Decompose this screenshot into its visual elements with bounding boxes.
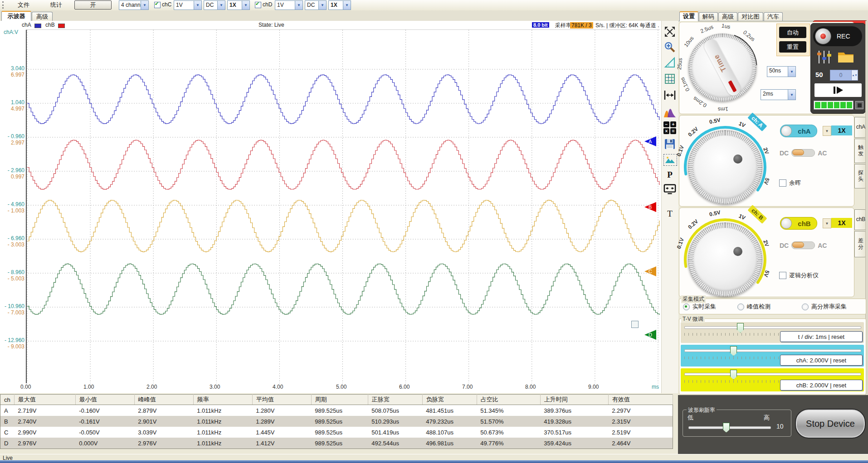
waveform-plot[interactable] <box>26 29 660 383</box>
save-icon[interactable] <box>663 138 676 150</box>
coupling-track[interactable] <box>791 149 815 157</box>
chB-coupling-toggle[interactable]: DCAC <box>780 241 827 249</box>
plot-handle-square[interactable] <box>631 321 639 328</box>
chA-volts-knob-face <box>693 135 757 199</box>
toolbar-grip[interactable] <box>2 1 5 9</box>
fit-screen-icon[interactable] <box>663 25 676 38</box>
ruler-triangle-icon[interactable] <box>663 56 676 69</box>
table-cell: 2.315V <box>608 416 673 427</box>
table-header-频率: 频率 <box>193 395 252 405</box>
snapshot-icon[interactable] <box>663 154 677 166</box>
chB-reset-button[interactable]: chB: 2.000V | reset <box>780 380 863 391</box>
chA-coupling-toggle[interactable]: DCAC <box>780 149 827 157</box>
step-play-button[interactable] <box>814 83 862 97</box>
tv-trim-title: T-V 微调 <box>681 315 705 323</box>
level-marker-chB[interactable]: B <box>644 202 656 212</box>
y-tick-chA: - 8.960 <box>1 269 24 275</box>
menu-statistics[interactable]: 统计 <box>45 1 67 9</box>
level-marker-chA[interactable]: A <box>644 136 656 146</box>
tab-高级[interactable]: 高级 <box>32 12 53 21</box>
chD-label: chD <box>263 1 272 8</box>
timebase-fast-select[interactable]: 50ns▼ <box>767 66 796 77</box>
table-cell: 2.976V <box>134 438 193 449</box>
chC-volts-select[interactable]: 1V▼ <box>174 0 202 10</box>
chA-trim-track[interactable] <box>684 349 861 352</box>
radio-icon[interactable] <box>683 304 690 310</box>
level-marker-chD[interactable]: D <box>644 330 656 340</box>
zoom-icon[interactable] <box>663 41 676 53</box>
timebase-slow-select[interactable]: 2ms▼ <box>761 89 796 100</box>
tab-解码[interactable]: 解码 <box>699 12 718 21</box>
chB-probe-value[interactable]: 1X <box>831 218 852 228</box>
chC-coupling-select[interactable]: DC▼ <box>204 0 225 10</box>
y-tick-chA: - 6.960 <box>1 235 24 241</box>
tdiv-trim-track[interactable] <box>684 326 861 329</box>
folder-icon[interactable] <box>837 50 855 66</box>
tdiv-reset-button[interactable]: t / div: 1ms | reset <box>780 331 863 342</box>
display-pan-icon[interactable] <box>663 183 676 196</box>
measurement-table: ch最大值最小值峰峰值频率平均值周期正脉宽负脉宽占空比上升时间有效值 A2.71… <box>0 394 673 449</box>
chA-probe-value[interactable]: 1X <box>831 125 852 135</box>
table-cell: 510.293us <box>368 416 422 427</box>
acq-option-高分辨率采集[interactable]: 高分辨率采集 <box>802 303 847 311</box>
tdiv-trim-thumb[interactable] <box>737 323 744 333</box>
chC-checkbox[interactable] <box>154 2 161 8</box>
coupling-track[interactable] <box>791 241 815 249</box>
refresh-slider-thumb[interactable] <box>723 423 730 433</box>
chA-trim-thumb[interactable] <box>730 346 737 356</box>
chA-trim-strip: chA: 2.000V | reset <box>681 345 864 367</box>
marker-letter: A <box>649 139 652 144</box>
power-button[interactable]: 开 <box>74 0 112 10</box>
record-index-field[interactable]: 0 <box>830 70 852 81</box>
math-operations-icon[interactable]: −+×= <box>663 121 676 134</box>
chB-probe-caret[interactable]: ▼ <box>823 218 831 228</box>
tab-对比图[interactable]: 对比图 <box>738 12 763 21</box>
chB-trim-thumb[interactable] <box>730 370 737 380</box>
trigger-text-icon[interactable]: T <box>663 207 676 220</box>
stop-device-button[interactable]: Stop Device <box>795 409 866 439</box>
chD-checkbox[interactable] <box>255 2 261 8</box>
y-tick-chA: - 0.960 <box>1 133 24 140</box>
chD-volts-select[interactable]: 1V▼ <box>275 0 303 10</box>
refresh-low-label: 低 <box>688 414 693 422</box>
pass-fail-icon[interactable]: P <box>663 169 676 181</box>
auto-button[interactable]: 自动 <box>779 27 806 38</box>
reset-button[interactable]: 重置 <box>779 41 806 53</box>
y-tick-ch2: - 5.003 <box>1 275 24 282</box>
y-tick-chA: - 4.960 <box>1 201 24 207</box>
record-stop-button[interactable] <box>855 101 863 109</box>
chA-reset-button[interactable]: chA: 2.000V | reset <box>780 355 863 366</box>
chB-enable-toggle[interactable]: chB <box>780 217 817 230</box>
samplerate-suffix: S/s. | 缓冲区: 64K 每通道 . <box>595 22 659 29</box>
chA-enable-toggle[interactable]: chA <box>780 125 817 137</box>
waveform-chB <box>27 140 660 189</box>
grid-icon[interactable] <box>663 72 676 85</box>
tab-高级[interactable]: 高级 <box>718 12 737 21</box>
acq-option-峰值检测[interactable]: 峰值检测 <box>737 303 770 311</box>
chD-coupling-select[interactable]: DC▼ <box>305 0 327 10</box>
chC-probe-select[interactable]: 1X▼ <box>227 0 250 10</box>
chB-option-checkbox[interactable]: 逻辑分析仪 <box>779 271 819 280</box>
channels-select[interactable]: 4 channels▼ <box>119 0 149 10</box>
chA-option-checkbox[interactable]: 余晖 <box>779 179 801 187</box>
tab-设置[interactable]: 设置 <box>679 11 698 21</box>
horizontal-measure-icon[interactable] <box>663 89 676 101</box>
histogram-icon[interactable] <box>663 106 676 119</box>
scope-state: State: Live <box>258 22 284 28</box>
chD-probe-select[interactable]: 1X▼ <box>328 0 351 10</box>
tab-汽车[interactable]: 汽车 <box>764 12 783 21</box>
chA-probe-caret[interactable]: ▼ <box>823 126 831 136</box>
chB-section: 0.1V0.2V0.5V1V2V5Vch: BchB▼1XDCAC逻辑分析仪 <box>679 207 854 297</box>
menu-file[interactable]: 文件 <box>13 1 34 9</box>
tab-示波器[interactable]: 示波器 <box>1 11 31 21</box>
radio-icon[interactable] <box>802 304 809 310</box>
level-marker-chC[interactable]: C <box>644 266 656 276</box>
record-index-spinner[interactable]: ▲▼ <box>851 70 858 81</box>
rec-button[interactable]: REC <box>813 26 862 46</box>
mixer-settings-icon[interactable] <box>816 50 832 66</box>
radio-icon[interactable] <box>737 304 744 310</box>
chB-trim-track[interactable] <box>684 373 861 376</box>
refresh-slider-track[interactable] <box>688 426 771 429</box>
table-cell: 1.011kHz <box>193 405 252 416</box>
acq-option-实时采集[interactable]: 实时采集 <box>683 303 716 311</box>
